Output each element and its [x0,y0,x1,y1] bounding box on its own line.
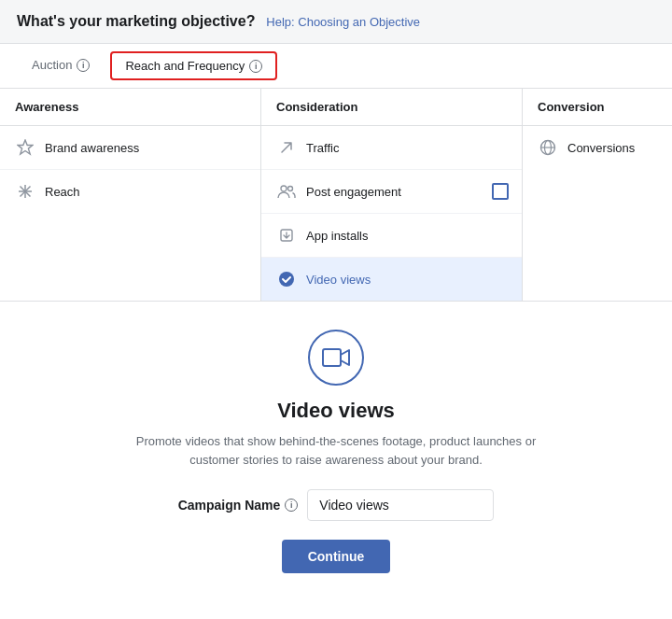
reach-item[interactable]: Reach [0,170,260,213]
detail-icon-circle [308,330,364,386]
app-installs-icon [276,225,297,246]
reach-icon [15,181,35,202]
post-engagement-icon [276,181,297,202]
video-views-check-icon [276,269,297,289]
campaign-name-label: Campaign Name i [178,498,299,513]
consideration-column: Consideration Traffic [261,89,523,301]
detail-title: Video views [277,399,395,423]
traffic-item[interactable]: Traffic [261,126,522,170]
tab-auction-label: Auction [32,58,72,72]
svg-point-7 [279,272,294,287]
app-installs-item[interactable]: App installs [261,214,522,258]
campaign-name-row: Campaign Name i [178,489,495,521]
traffic-label: Traffic [306,141,339,155]
conversion-column: Conversion Conversions [523,89,672,301]
awareness-column: Awareness Brand awareness [0,89,261,301]
svg-rect-11 [323,349,341,366]
help-link[interactable]: Help: Choosing an Objective [266,15,420,29]
post-engagement-label: Post engagement [306,185,401,199]
detail-section: Video views Promote videos that show beh… [0,302,672,592]
svg-point-5 [288,187,293,191]
conversions-label: Conversions [567,141,635,155]
tabs-row: Auction i Reach and Frequency i [0,44,672,89]
auction-info-icon[interactable]: i [77,59,90,72]
objectives-table: Awareness Brand awareness [0,89,672,302]
brand-awareness-icon [15,137,35,158]
tab-reach-frequency[interactable]: Reach and Frequency i [110,51,277,80]
conversion-header: Conversion [523,89,672,126]
video-camera-icon [322,346,350,369]
page-title: What's your marketing objective? [17,13,255,29]
awareness-header: Awareness [0,89,260,126]
post-engagement-item[interactable]: Post engagement [261,170,522,214]
campaign-name-input[interactable] [307,489,494,521]
continue-button[interactable]: Continue [282,540,391,573]
detail-description: Promote videos that show behind-the-scen… [131,432,541,469]
reach-label: Reach [45,185,80,199]
campaign-name-info-icon[interactable]: i [285,499,298,512]
video-views-item[interactable]: Video views [261,258,522,301]
brand-awareness-label: Brand awareness [45,141,139,155]
tab-reach-frequency-wrapper: Reach and Frequency i [108,44,279,88]
conversions-icon [538,137,558,158]
conversions-item[interactable]: Conversions [523,126,672,169]
tab-reach-frequency-label: Reach and Frequency [125,59,245,73]
traffic-icon [276,137,297,158]
video-views-label: Video views [306,273,371,287]
consideration-header: Consideration [261,89,522,126]
svg-point-4 [281,186,287,191]
reach-frequency-info-icon[interactable]: i [249,60,262,73]
app-installs-label: App installs [306,229,368,243]
tab-auction[interactable]: Auction i [17,44,105,88]
post-engagement-checkbox [492,183,509,200]
page-header: What's your marketing objective? Help: C… [0,0,672,44]
brand-awareness-item[interactable]: Brand awareness [0,126,260,170]
